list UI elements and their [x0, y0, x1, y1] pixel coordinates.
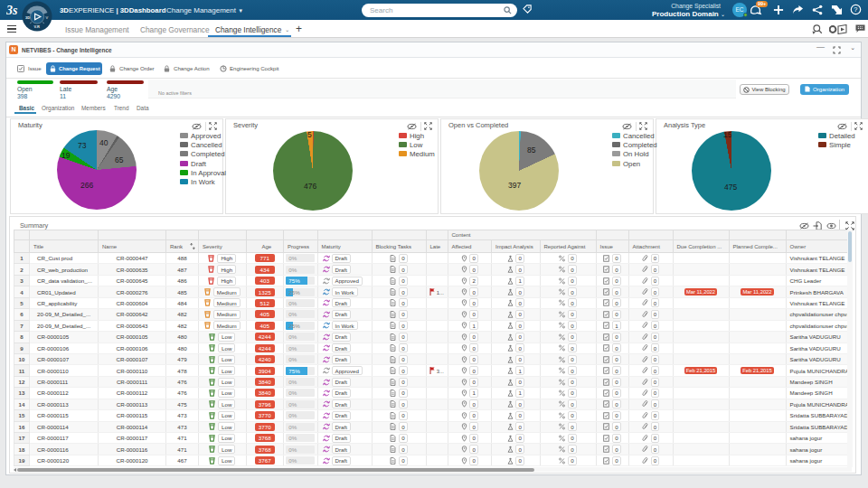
svg-text:?: ? — [854, 5, 857, 14]
svg-text:V: V — [46, 15, 49, 20]
svg-text:V.R: V.R — [34, 24, 40, 29]
svg-text:3s: 3s — [6, 4, 18, 17]
svg-text:3D: 3D — [25, 15, 30, 20]
